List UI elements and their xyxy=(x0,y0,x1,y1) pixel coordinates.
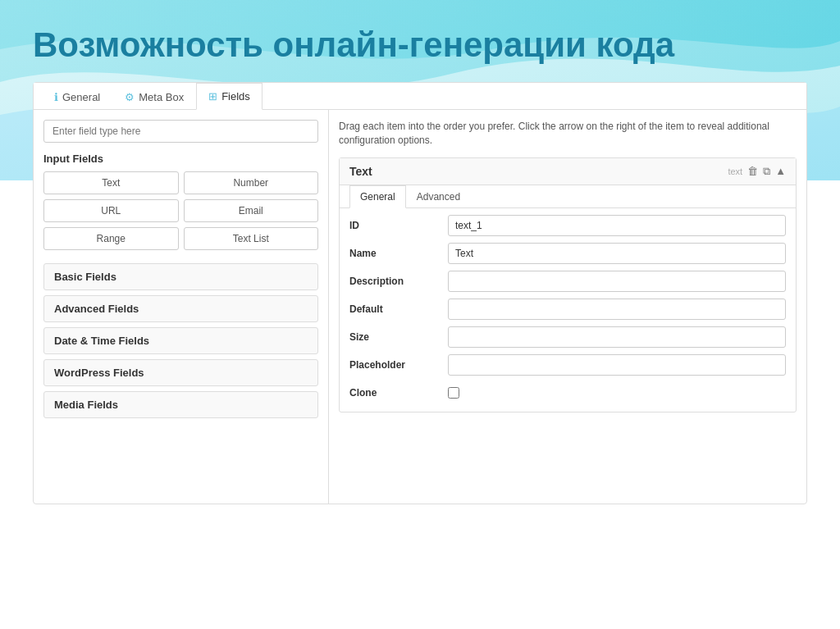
main-layout: Input Fields Text Number URL Email Range… xyxy=(34,110,806,504)
form-label-default: Default xyxy=(349,299,448,315)
form-input-placeholder[interactable] xyxy=(448,354,786,376)
form-row-clone: Clone xyxy=(349,382,786,399)
chevron-up-icon[interactable]: ▲ xyxy=(775,165,786,177)
form-label-id: ID xyxy=(349,215,448,231)
section-datetime-fields: Date & Time Fields xyxy=(43,327,318,354)
section-basic-fields-header[interactable]: Basic Fields xyxy=(44,264,317,289)
form-input-name[interactable] xyxy=(448,243,786,264)
gear-icon: ⚙ xyxy=(125,91,135,103)
section-media-fields: Media Fields xyxy=(43,391,318,418)
tab-fields-label: Fields xyxy=(221,90,250,103)
main-tabs: ℹ General ⚙ Meta Box ⊞ Fields xyxy=(34,83,806,110)
field-item-header: Text text 🗑 ⧉ ▲ xyxy=(340,158,796,185)
form-row-default: Default xyxy=(349,299,786,320)
left-sidebar: Input Fields Text Number URL Email Range… xyxy=(34,110,329,504)
field-tabs: General Advanced xyxy=(340,185,796,208)
tab-metabox-label: Meta Box xyxy=(139,91,184,103)
field-btn-email[interactable]: Email xyxy=(184,199,319,222)
form-input-default[interactable] xyxy=(448,299,786,320)
field-buttons-grid: Text Number URL Email Range Text List xyxy=(43,171,318,250)
field-item-text: Text text 🗑 ⧉ ▲ General Advanced xyxy=(339,157,797,412)
section-wordpress-fields: WordPress Fields xyxy=(43,359,318,386)
field-tab-general[interactable]: General xyxy=(349,185,406,208)
tab-general[interactable]: ℹ General xyxy=(42,83,112,110)
form-input-id[interactable] xyxy=(448,215,786,236)
section-advanced-fields: Advanced Fields xyxy=(43,295,318,322)
drag-hint: Drag each item into the order you prefer… xyxy=(339,120,797,148)
form-label-description: Description xyxy=(349,271,448,287)
section-basic-fields: Basic Fields xyxy=(43,263,318,290)
field-btn-text[interactable]: Text xyxy=(43,171,179,194)
form-label-size: Size xyxy=(349,326,448,343)
tab-metabox[interactable]: ⚙ Meta Box xyxy=(112,83,196,110)
search-input[interactable] xyxy=(43,120,318,143)
info-icon: ℹ xyxy=(54,91,58,103)
section-datetime-fields-header[interactable]: Date & Time Fields xyxy=(44,328,317,353)
section-wordpress-fields-header[interactable]: WordPress Fields xyxy=(44,360,317,385)
form-row-description: Description xyxy=(349,271,786,292)
form-label-clone: Clone xyxy=(349,382,448,399)
page-title: Возможность онлайн-генерации кода xyxy=(0,0,840,82)
field-btn-textlist[interactable]: Text List xyxy=(184,227,319,250)
section-advanced-fields-header[interactable]: Advanced Fields xyxy=(44,296,317,321)
field-btn-number[interactable]: Number xyxy=(184,171,319,194)
right-content: Drag each item into the order you prefer… xyxy=(329,110,806,504)
tab-general-label: General xyxy=(62,91,100,103)
tab-fields[interactable]: ⊞ Fields xyxy=(196,83,262,110)
input-fields-label: Input Fields xyxy=(43,153,318,165)
form-input-size[interactable] xyxy=(448,326,786,348)
delete-icon[interactable]: 🗑 xyxy=(747,165,758,177)
field-item-actions: text 🗑 ⧉ ▲ xyxy=(728,165,786,178)
form-input-description[interactable] xyxy=(448,271,786,292)
field-tab-advanced[interactable]: Advanced xyxy=(406,185,471,208)
copy-icon[interactable]: ⧉ xyxy=(763,165,770,178)
form-fields: ID Name Description Default xyxy=(340,208,796,412)
field-type-badge: text xyxy=(728,166,742,176)
form-row-name: Name xyxy=(349,243,786,264)
form-row-placeholder: Placeholder xyxy=(349,354,786,376)
content-area: ℹ General ⚙ Meta Box ⊞ Fields Input Fiel… xyxy=(33,82,807,504)
form-row-id: ID xyxy=(349,215,786,236)
field-item-title: Text xyxy=(349,165,372,178)
form-row-size: Size xyxy=(349,326,786,348)
field-btn-url[interactable]: URL xyxy=(43,199,179,222)
form-input-clone[interactable] xyxy=(448,387,459,399)
section-media-fields-header[interactable]: Media Fields xyxy=(44,392,317,417)
field-btn-range[interactable]: Range xyxy=(43,227,179,250)
form-label-placeholder: Placeholder xyxy=(349,354,448,371)
form-label-name: Name xyxy=(349,243,448,259)
grid-icon: ⊞ xyxy=(208,90,217,103)
